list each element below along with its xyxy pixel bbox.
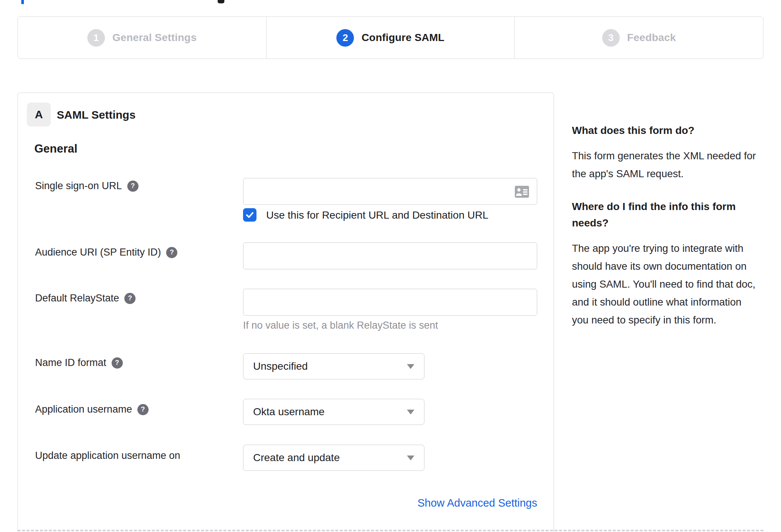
sso-url-input[interactable] [243,178,537,205]
audience-uri-label: Audience URI (SP Entity ID) ? [35,247,177,258]
help-icon[interactable]: ? [166,247,177,258]
help-icon[interactable]: ? [127,181,139,192]
step-label: Configure SAML [361,32,444,44]
help-panel: What does this form do? This form genera… [572,122,760,345]
relay-state-label-text: Default RelayState [35,292,119,304]
step-number-badge: 2 [336,29,354,47]
step-general-settings[interactable]: 1 General Settings [18,17,266,59]
relay-state-label: Default RelayState ? [35,292,136,304]
name-id-format-label: Name ID format ? [35,357,123,369]
app-username-select[interactable]: Okta username [243,399,424,425]
sso-url-label: Single sign-on URL ? [35,180,139,192]
saml-settings-card: A SAML Settings General Single sign-on U… [18,93,554,532]
check-icon [245,210,254,219]
help-panel-body-2: The app you're trying to integrate with … [572,240,760,329]
wizard-step-bar: 1 General Settings 2 Configure SAML 3 Fe… [18,16,763,59]
app-username-label: Application username ? [35,404,149,415]
help-panel-title-2: Where do I find the info this form needs… [572,198,760,231]
app-username-label-text: Application username [35,404,132,415]
step-number-badge: 3 [602,29,620,47]
help-panel-body-1: This form generates the XML needed for t… [572,147,760,183]
dropdown-arrow-icon [407,456,414,460]
section-title: SAML Settings [57,109,136,121]
dropdown-arrow-icon [407,410,414,414]
help-panel-title-1: What does this form do? [572,122,760,139]
help-icon[interactable]: ? [112,357,123,369]
update-username-label-text: Update application username on [35,450,180,461]
section-a-badge: A [27,103,51,126]
name-id-format-label-text: Name ID format [35,357,106,369]
app-username-value: Okta username [253,406,324,418]
show-advanced-settings-link[interactable]: Show Advanced Settings [243,497,537,509]
audience-uri-input[interactable] [243,242,537,269]
vcard-icon [515,186,529,198]
audience-uri-label-text: Audience URI (SP Entity ID) [35,247,161,258]
help-icon[interactable]: ? [124,293,136,304]
step-label: Feedback [627,32,676,44]
update-username-label: Update application username on [35,450,180,461]
step-feedback[interactable]: 3 Feedback [514,17,763,59]
name-id-format-value: Unspecified [253,360,308,372]
name-id-format-select[interactable]: Unspecified [243,353,424,379]
update-username-select[interactable]: Create and update [243,445,424,471]
cutoff-logo-fragment [218,0,224,3]
update-username-value: Create and update [253,452,340,464]
sso-recipient-checkbox[interactable] [243,208,256,222]
step-number-badge: 1 [87,29,105,47]
group-title-general: General [34,142,77,156]
step-label: General Settings [112,32,197,44]
cutoff-title-fragment [21,0,24,4]
sso-url-label-text: Single sign-on URL [35,180,122,192]
section-dashed-divider [18,530,763,531]
help-icon[interactable]: ? [137,404,149,415]
relay-state-input[interactable] [243,289,537,316]
sso-recipient-checkbox-label: Use this for Recipient URL and Destinati… [266,209,488,221]
relay-state-hint: If no value is set, a blank RelayState i… [243,320,438,331]
step-configure-saml[interactable]: 2 Configure SAML [266,17,515,59]
dropdown-arrow-icon [407,364,414,369]
